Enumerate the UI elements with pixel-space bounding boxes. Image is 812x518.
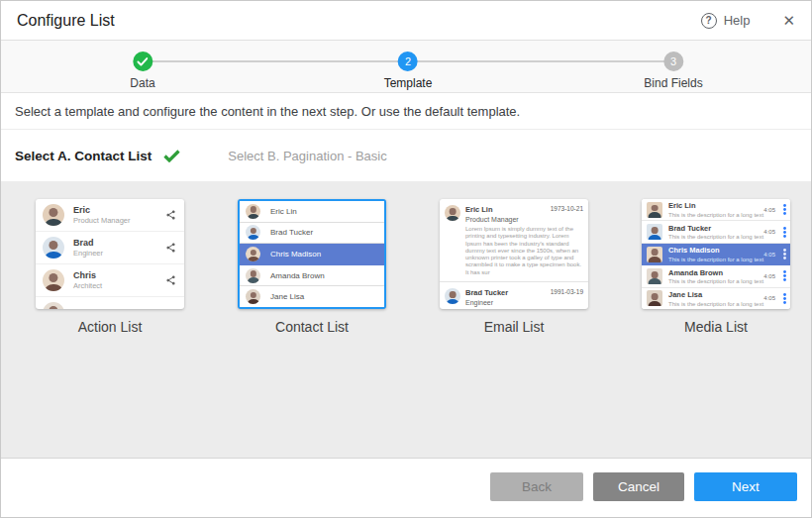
avatar [647, 224, 662, 240]
next-button[interactable]: Next [694, 472, 797, 501]
list-item: Amanda [36, 297, 184, 309]
avatar [246, 289, 260, 304]
contact-role: Product Manager [465, 216, 551, 223]
email-list-card[interactable]: Eric Lin Product Manager 1973-10-21 Lore… [440, 199, 588, 309]
list-item: Jane Lisa This is the description for a … [642, 288, 790, 309]
share-icon [165, 209, 176, 221]
media-duration: 4:05 [763, 252, 775, 258]
contact-name: Jane Lisa [270, 292, 304, 301]
wizard-stepper: Data 2 Template 3 Bind Fields [1, 41, 811, 93]
media-duration: 4:05 [763, 207, 775, 213]
selected-check-icon [163, 150, 180, 162]
step-complete-circle[interactable] [133, 52, 152, 71]
contact-name: Chris Madison [668, 246, 758, 255]
step-pending-circle[interactable]: 3 [663, 52, 683, 71]
avatar [647, 290, 662, 306]
list-item: Eric Product Manager [36, 199, 184, 232]
email-body: Lorem Ipsum is simply dummy text of the … [465, 226, 583, 276]
list-item: Eric Lin [240, 201, 384, 223]
contact-name: Brad Tucker [668, 224, 758, 233]
list-item: Brad Tucker [240, 223, 384, 245]
dialog-header: Configure List ? Help ✕ [1, 1, 811, 41]
media-description: This is the description for a long text [668, 234, 758, 240]
list-item-selected: Chris Madison This is the description fo… [642, 244, 790, 265]
media-description: This is the description for a long text [668, 257, 758, 262]
media-duration: 4:05 [763, 295, 775, 301]
contact-role: Product Manager [73, 216, 165, 225]
list-item: Brad Tucker This is the description for … [642, 221, 790, 243]
kebab-menu-icon [783, 204, 786, 215]
step-active-circle[interactable]: 2 [398, 52, 418, 71]
template-option-media-list: Eric Lin This is the description for a l… [642, 199, 790, 458]
contact-name: Amanda Brown [270, 271, 325, 280]
list-item: Eric Lin Product Manager 1973-10-21 Lore… [440, 199, 588, 282]
contact-role: Engineer [73, 249, 165, 258]
list-item-selected: Chris Madison [240, 244, 384, 265]
step-label-data: Data [130, 76, 154, 90]
template-label-contact-list: Contact List [238, 319, 386, 335]
contact-name: Brad Tucker [270, 228, 313, 237]
contact-role: Architect [73, 281, 165, 290]
avatar [43, 269, 64, 291]
share-icon [165, 274, 176, 286]
list-item: Brad Engineer [36, 232, 184, 264]
contact-name: Eric Lin [465, 205, 551, 214]
avatar [246, 225, 260, 240]
select-b-pagination-basic[interactable]: Select B. Pagination - Basic [228, 149, 386, 163]
list-item: Jane Lisa [240, 286, 384, 307]
media-description: This is the description for a long text [668, 301, 758, 307]
media-list-card[interactable]: Eric Lin This is the description for a l… [642, 199, 790, 309]
page-title: Configure List [17, 12, 115, 30]
contact-name: Chris Madison [270, 250, 321, 259]
contact-name: Eric [73, 205, 165, 215]
avatar [445, 205, 460, 221]
kebab-menu-icon [783, 293, 786, 304]
avatar [246, 204, 260, 219]
dialog-footer: Back Cancel Next [1, 459, 811, 515]
contact-name: Eric Lin [270, 207, 297, 216]
media-description: This is the description for a long text [668, 278, 758, 284]
email-date: 1991-03-19 [551, 288, 583, 306]
step-data[interactable]: Data [130, 52, 154, 90]
contact-name: Eric Lin [668, 201, 758, 210]
template-option-action-list: Eric Product Manager Brad Engineer Chris… [36, 199, 184, 458]
share-icon [165, 242, 176, 254]
contact-name: Chris [73, 270, 165, 280]
contact-role: Engineer [465, 299, 551, 306]
header-actions: ? Help ✕ [701, 13, 795, 29]
close-icon[interactable]: ✕ [782, 13, 795, 28]
help-icon[interactable]: ? [701, 13, 717, 29]
contact-name: Brad [73, 238, 165, 248]
email-date: 1973-10-21 [551, 205, 583, 223]
check-icon [137, 57, 148, 66]
list-item: Eric Lin This is the description for a l… [642, 199, 790, 221]
template-label-media-list: Media List [642, 319, 790, 335]
contact-name: Jane Lisa [668, 290, 758, 299]
avatar [43, 204, 64, 226]
cancel-button[interactable]: Cancel [593, 472, 684, 501]
help-button[interactable]: Help [724, 13, 751, 28]
list-item: Amanda Brown This is the description for… [642, 265, 790, 287]
template-option-email-list: Eric Lin Product Manager 1973-10-21 Lore… [440, 199, 588, 458]
list-item: Brad Tucker Engineer 1991-03-19 Lorem Ip… [440, 282, 588, 309]
contact-list-card[interactable]: Eric Lin Brad Tucker Chris Madison Amand… [238, 199, 386, 309]
instruction-text: Select a template and configure the cont… [1, 93, 811, 130]
avatar [647, 247, 662, 262]
list-item: Amanda Brown [240, 265, 384, 287]
step-template[interactable]: 2 Template [384, 52, 433, 90]
avatar [647, 268, 662, 284]
avatar [647, 202, 662, 218]
media-duration: 4:05 [763, 273, 775, 279]
step-bind-fields[interactable]: 3 Bind Fields [644, 52, 702, 90]
avatar [43, 302, 64, 309]
back-button[interactable]: Back [490, 472, 583, 501]
avatar [246, 268, 260, 283]
action-list-card[interactable]: Eric Product Manager Brad Engineer Chris… [36, 199, 184, 309]
select-a-contact-list[interactable]: Select A. Contact List [15, 149, 152, 163]
media-description: This is the description for a long text [668, 212, 758, 218]
kebab-menu-icon [783, 249, 786, 259]
template-gallery: Eric Product Manager Brad Engineer Chris… [1, 181, 811, 459]
avatar [43, 237, 64, 259]
list-item: Chris Architect [36, 264, 184, 297]
selection-row: Select A. Contact List Select B. Paginat… [1, 130, 811, 181]
